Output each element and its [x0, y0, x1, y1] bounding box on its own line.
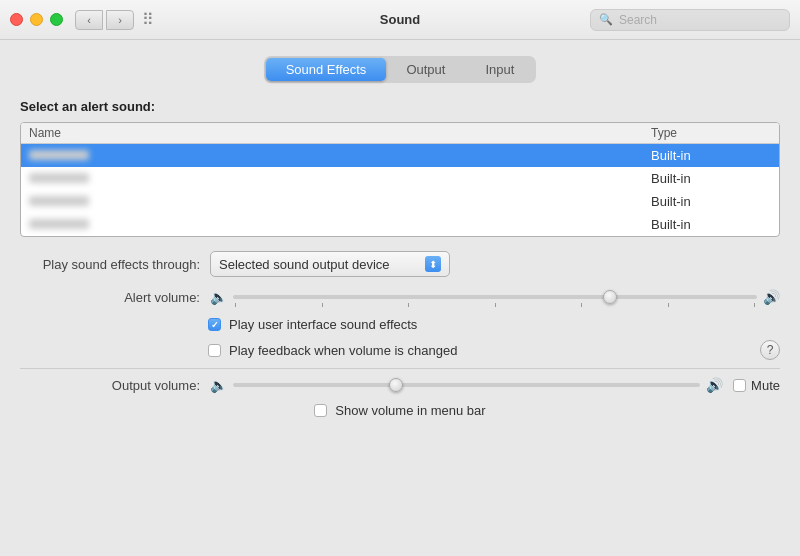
sound-type-0: Built-in: [651, 148, 771, 163]
menu-bar-row: Show volume in menu bar: [20, 403, 780, 418]
traffic-lights: [10, 13, 63, 26]
search-box[interactable]: 🔍 Search: [590, 9, 790, 31]
grid-icon[interactable]: ⠿: [142, 10, 154, 29]
sound-list-header: Name Type: [21, 123, 779, 144]
sound-type-3: Built-in: [651, 217, 771, 232]
sound-list-body: Built-in Built-in Built-in Built-in: [21, 144, 779, 236]
search-placeholder: Search: [619, 13, 657, 27]
column-type-header: Type: [651, 126, 771, 140]
main-content: Sound Effects Output Input Select an ale…: [0, 40, 800, 430]
window-title: Sound: [380, 12, 420, 27]
sound-name-2: [29, 194, 651, 209]
mute-label: Mute: [751, 378, 780, 393]
output-volume-label: Output volume:: [20, 378, 200, 393]
alert-volume-row: Alert volume: 🔈 🔊: [20, 289, 780, 305]
show-volume-checkbox[interactable]: [314, 404, 327, 417]
tab-output[interactable]: Output: [386, 58, 465, 81]
ui-sounds-label: Play user interface sound effects: [229, 317, 417, 332]
back-button[interactable]: ‹: [75, 10, 103, 30]
minimize-button[interactable]: [30, 13, 43, 26]
speaker-high-icon: 🔊: [763, 289, 780, 305]
alert-sound-label: Select an alert sound:: [20, 99, 780, 114]
ui-sounds-checkbox[interactable]: [208, 318, 221, 331]
tab-input[interactable]: Input: [465, 58, 534, 81]
output-speaker-low-icon: 🔈: [210, 377, 227, 393]
titlebar: ‹ › ⠿ Sound 🔍 Search: [0, 0, 800, 40]
column-name-header: Name: [29, 126, 651, 140]
dropdown-value: Selected sound output device: [219, 257, 419, 272]
sound-list: Name Type Built-in Built-in Built-in Bui…: [20, 122, 780, 237]
sound-row-1[interactable]: Built-in: [21, 167, 779, 190]
tabs: Sound Effects Output Input: [264, 56, 537, 83]
close-button[interactable]: [10, 13, 23, 26]
sound-name-3: [29, 217, 651, 232]
alert-volume-slider-container: 🔈 🔊: [210, 289, 780, 305]
sound-type-1: Built-in: [651, 171, 771, 186]
sound-row-2[interactable]: Built-in: [21, 190, 779, 213]
maximize-button[interactable]: [50, 13, 63, 26]
play-through-label: Play sound effects through:: [20, 257, 200, 272]
alert-volume-slider[interactable]: [233, 295, 757, 299]
help-button[interactable]: ?: [760, 340, 780, 360]
output-volume-row: Output volume: 🔈 🔊 Mute: [20, 377, 780, 393]
alert-volume-thumb[interactable]: [603, 290, 617, 304]
sound-row-0[interactable]: Built-in: [21, 144, 779, 167]
output-volume-thumb[interactable]: [389, 378, 403, 392]
forward-button[interactable]: ›: [106, 10, 134, 30]
feedback-row: Play feedback when volume is changed ?: [20, 340, 780, 360]
show-volume-label: Show volume in menu bar: [335, 403, 485, 418]
feedback-checkbox[interactable]: [208, 344, 221, 357]
sound-type-2: Built-in: [651, 194, 771, 209]
alert-volume-label: Alert volume:: [20, 290, 200, 305]
speaker-low-icon: 🔈: [210, 289, 227, 305]
output-speaker-high-icon: 🔊: [706, 377, 723, 393]
sound-row-3[interactable]: Built-in: [21, 213, 779, 236]
output-volume-slider[interactable]: [233, 383, 700, 387]
nav-buttons: ‹ ›: [75, 10, 134, 30]
slider-ticks: [233, 303, 757, 307]
search-icon: 🔍: [599, 13, 613, 26]
mute-container: Mute: [733, 378, 780, 393]
output-volume-slider-container: 🔈 🔊: [210, 377, 723, 393]
play-through-dropdown[interactable]: Selected sound output device ⬍: [210, 251, 450, 277]
dropdown-arrow-icon: ⬍: [425, 256, 441, 272]
ui-sounds-row: Play user interface sound effects: [20, 317, 780, 332]
tab-sound-effects[interactable]: Sound Effects: [266, 58, 387, 81]
sound-name-0: [29, 148, 651, 163]
tabs-container: Sound Effects Output Input: [20, 56, 780, 83]
play-through-row: Play sound effects through: Selected sou…: [20, 251, 780, 277]
divider: [20, 368, 780, 369]
sound-name-1: [29, 171, 651, 186]
feedback-label: Play feedback when volume is changed: [229, 343, 457, 358]
mute-checkbox[interactable]: [733, 379, 746, 392]
